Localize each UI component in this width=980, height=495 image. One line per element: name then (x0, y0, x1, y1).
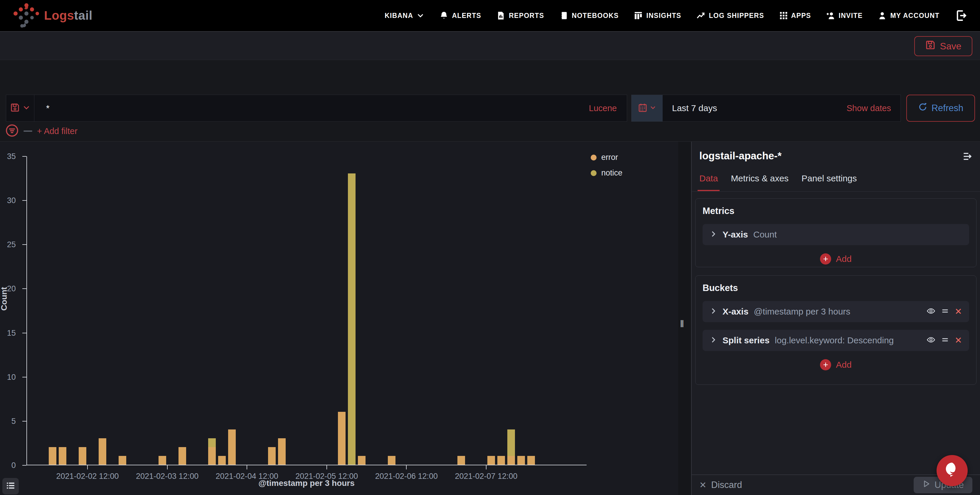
bar-segment-error (218, 456, 226, 465)
chat-widget-button[interactable] (937, 455, 968, 486)
resize-grip-icon[interactable]: ‖ (680, 318, 684, 329)
refresh-button-label: Refresh (932, 103, 964, 113)
date-quick-select-button[interactable] (632, 95, 663, 121)
bar-2021-02-07 18:00[interactable] (508, 430, 515, 465)
bar-segment-error (79, 447, 86, 465)
bucket-row-x-axis[interactable]: X-axis @timestamp per 3 hours ✕ (703, 301, 969, 322)
y-tick-label: 5 (0, 417, 16, 426)
nav-item-reports[interactable]: REPORTS (496, 11, 544, 20)
legend-item-notice[interactable]: notice (591, 168, 622, 177)
drag-handle-icon[interactable] (941, 307, 950, 316)
bar-segment-notice (208, 438, 216, 447)
remove-bucket-icon[interactable]: ✕ (955, 336, 962, 345)
bar-2021-02-05 18:00[interactable] (348, 173, 356, 465)
time-range-value[interactable]: Last 7 days (663, 103, 717, 113)
save-button-label: Save (940, 41, 961, 52)
visualize-toolbar: Save (0, 31, 980, 60)
person-icon (878, 11, 887, 20)
x-tick (87, 465, 88, 469)
bar-2021-02-04 21:00[interactable] (278, 438, 286, 465)
bar-2021-02-04 18:00[interactable] (268, 447, 276, 465)
show-dates-button[interactable]: Show dates (846, 104, 900, 113)
bar-2021-02-08 00:00[interactable] (527, 456, 535, 465)
saved-query-menu-button[interactable] (6, 95, 34, 121)
logstail-logo[interactable]: Logstail (13, 2, 92, 29)
logstail-logo-icon (13, 2, 40, 29)
nav-item-log-shippers[interactable]: LOG SHIPPERS (697, 11, 764, 20)
metrics-section: Metrics Y-axis Count + Add (695, 198, 977, 267)
bar-segment-error (527, 456, 535, 465)
legend-toggle-button[interactable] (2, 478, 19, 494)
nav-item-invite[interactable]: INVITE (826, 11, 862, 20)
bar-segment-notice (508, 430, 515, 456)
refresh-button[interactable]: Refresh (906, 95, 975, 122)
bar-2021-02-07 21:00[interactable] (517, 456, 525, 465)
collapse-panel-icon[interactable] (963, 151, 973, 163)
nav-item-my-account[interactable]: MY ACCOUNT (878, 11, 940, 20)
add-bucket-button[interactable]: + Add (703, 359, 969, 370)
filter-icon[interactable] (5, 124, 19, 139)
bar-segment-error (268, 447, 276, 465)
bucket-row-split-series[interactable]: Split series log.level.keyword: Descendi… (703, 330, 969, 351)
bar-segment-error (159, 456, 166, 465)
nav-item-alerts[interactable]: ALERTS (439, 11, 481, 20)
eye-icon[interactable] (927, 335, 935, 345)
add-metric-button[interactable]: + Add (703, 253, 969, 265)
bar-segment-error (508, 456, 515, 465)
bar-2021-02-05 15:00[interactable] (338, 412, 345, 465)
bar-2021-02-02 00:00[interactable] (49, 447, 56, 465)
legend-dot-error (591, 155, 597, 160)
chevron-right-icon (710, 230, 717, 239)
bar-2021-02-07 03:00[interactable] (457, 456, 465, 465)
tab-metrics-axes[interactable]: Metrics & axes (731, 173, 789, 191)
bell-icon (439, 11, 448, 20)
insights-icon (634, 11, 643, 20)
bar-2021-02-07 12:00[interactable] (487, 456, 495, 465)
nav-item-insights[interactable]: INSIGHTS (634, 11, 681, 20)
visualization-editor-panel: logstail-apache-* Data Metrics & axes Pa… (692, 142, 980, 495)
panel-resizer[interactable]: ‖ (678, 142, 692, 495)
bar-2021-02-02 03:00[interactable] (59, 447, 66, 465)
app-root: Logstail KIBANA ALERTS REPORTS (0, 0, 980, 495)
tab-panel-settings[interactable]: Panel settings (802, 173, 857, 191)
drag-handle-icon[interactable] (941, 335, 950, 345)
bar-2021-02-03 09:00[interactable] (159, 456, 166, 465)
bar-2021-02-03 15:00[interactable] (178, 447, 186, 465)
bar-2021-02-06 06:00[interactable] (388, 456, 396, 465)
bar-2021-02-02 15:00[interactable] (99, 438, 106, 465)
nav-item-kibana[interactable]: KIBANA (385, 12, 424, 20)
metric-row-y-axis[interactable]: Y-axis Count (703, 224, 969, 245)
add-filter-button[interactable]: + Add filter (37, 126, 78, 136)
tab-data[interactable]: Data (699, 173, 718, 191)
legend-item-error[interactable]: error (591, 153, 622, 162)
bar-2021-02-02 21:00[interactable] (119, 456, 126, 465)
query-language-switcher[interactable]: Lucene (589, 104, 627, 113)
save-button[interactable]: Save (914, 36, 972, 56)
discard-button[interactable]: ✕ Discard (699, 480, 742, 490)
x-tick-label: 2021-02-06 12:00 (368, 472, 444, 481)
date-picker-bar: Last 7 days Show dates (631, 95, 901, 122)
query-input[interactable] (34, 103, 589, 113)
nav-item-notebooks[interactable]: NOTEBOOKS (560, 11, 619, 20)
bar-2021-02-02 09:00[interactable] (79, 447, 86, 465)
bar-2021-02-04 00:00[interactable] (208, 438, 216, 465)
logout-button[interactable] (955, 10, 967, 22)
x-tick (247, 465, 247, 469)
y-tick (22, 244, 26, 245)
remove-bucket-icon[interactable]: ✕ (955, 307, 962, 316)
bar-2021-02-07 15:00[interactable] (497, 456, 505, 465)
nav-item-apps[interactable]: APPS (780, 11, 811, 20)
trend-icon (697, 11, 705, 20)
bar-2021-02-04 03:00[interactable] (218, 456, 226, 465)
y-tick (22, 333, 26, 333)
filter-bar: + Add filter (5, 125, 78, 137)
chevron-right-icon (710, 307, 717, 316)
eye-icon[interactable] (927, 307, 935, 316)
plus-circle-icon: + (820, 253, 831, 265)
bar-segment-error (278, 438, 286, 465)
bar-2021-02-04 06:00[interactable] (228, 430, 236, 465)
x-tick (167, 465, 168, 469)
bar-2021-02-05 21:00[interactable] (358, 456, 366, 465)
index-pattern-title: logstail-apache-* (699, 150, 781, 162)
metrics-heading: Metrics (703, 206, 969, 216)
